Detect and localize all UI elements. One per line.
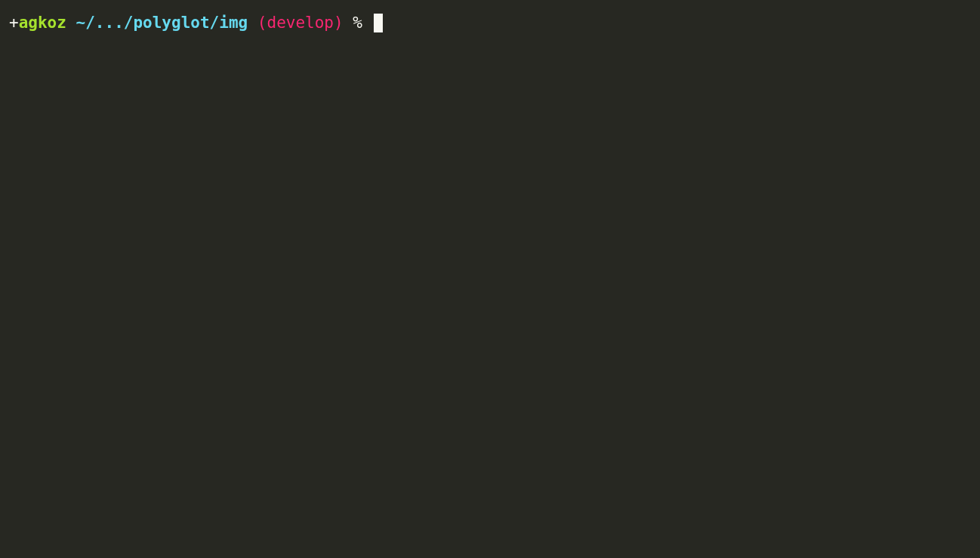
prompt-path-slash: / bbox=[124, 12, 134, 34]
prompt-path-segment: img bbox=[219, 12, 248, 34]
prompt-path-segment: polyglot bbox=[133, 12, 209, 34]
prompt-space bbox=[362, 12, 372, 34]
prompt-plus: + bbox=[9, 12, 19, 34]
terminal-window[interactable]: +agkoz ~/.../polyglot/img (develop) % bbox=[0, 0, 980, 558]
prompt-path-slash: / bbox=[210, 12, 220, 34]
prompt-line: +agkoz ~/.../polyglot/img (develop) % bbox=[9, 12, 971, 34]
cursor-icon bbox=[374, 14, 383, 32]
prompt-percent: % bbox=[353, 12, 362, 34]
prompt-path-dots: ... bbox=[95, 12, 124, 34]
prompt-paren-close: ) bbox=[334, 12, 344, 34]
prompt-user: agkoz bbox=[19, 12, 66, 34]
prompt-space bbox=[248, 12, 257, 34]
prompt-path-slash: / bbox=[85, 12, 95, 34]
prompt-path-tilde: ~ bbox=[76, 12, 86, 34]
prompt-space bbox=[66, 12, 76, 34]
prompt-git-branch: develop bbox=[267, 12, 334, 34]
prompt-paren-open: ( bbox=[257, 12, 267, 34]
prompt-space bbox=[344, 12, 353, 34]
